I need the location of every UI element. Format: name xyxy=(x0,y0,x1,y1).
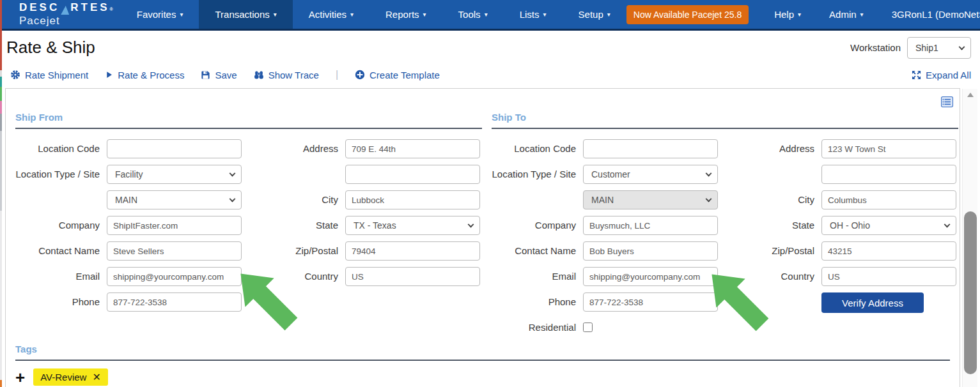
section-divider xyxy=(492,128,958,129)
chevron-down-icon: ▾ xyxy=(180,11,183,18)
chevron-down-icon: ▾ xyxy=(485,11,488,18)
ship-from-state-select[interactable]: TX - Texas xyxy=(345,216,480,235)
ship-from-site-select[interactable]: MAIN xyxy=(107,190,242,209)
create-template-button[interactable]: Create Template xyxy=(355,70,440,80)
ship-to-location-code-label: Location Code xyxy=(492,139,576,158)
top-navbar: DESCRTES® Pacejet Favorites▾ Transaction… xyxy=(0,0,980,31)
play-icon xyxy=(105,70,113,79)
gear-icon xyxy=(10,70,20,80)
plus-circle-icon xyxy=(355,70,365,80)
workstation-select[interactable]: Ship1 xyxy=(907,37,971,59)
ship-from-location-type-site-label: Location Type / Site xyxy=(15,165,100,181)
tag-label: AV-Review xyxy=(40,372,86,383)
ship-to-residential-checkbox[interactable] xyxy=(583,322,593,332)
tag-chip: AV-Review ✕ xyxy=(33,368,108,386)
ship-from-company-label: Company xyxy=(15,216,100,235)
scrollbar-thumb[interactable] xyxy=(964,211,977,374)
release-announcement-button[interactable]: Now Available Pacejet 25.8 xyxy=(626,5,749,24)
ship-to-contact-name-label: Contact Name xyxy=(492,241,576,261)
vertical-scrollbar[interactable] xyxy=(962,89,977,387)
ship-to-state-select[interactable]: OH - Ohio xyxy=(821,216,956,235)
ship-to-site-select[interactable]: MAIN xyxy=(583,190,718,209)
ship-from-phone-label: Phone xyxy=(15,292,100,312)
chevron-down-icon xyxy=(229,171,236,177)
ship-from-phone-input[interactable] xyxy=(107,292,242,312)
ship-from-address1-input[interactable] xyxy=(345,139,480,158)
binoculars-icon xyxy=(254,70,264,80)
nav-item-lists[interactable]: Lists▾ xyxy=(504,0,563,29)
chevron-down-icon xyxy=(944,222,951,228)
rate-shipment-button[interactable]: Rate Shipment xyxy=(10,70,88,80)
save-button[interactable]: Save xyxy=(201,70,237,80)
nav-item-tools[interactable]: Tools▾ xyxy=(442,0,504,29)
scroll-up-arrow-icon[interactable] xyxy=(967,93,974,97)
ship-to-location-type-site-label: Location Type / Site xyxy=(492,165,576,181)
ship-to-residential-label: Residential xyxy=(492,318,576,337)
toolbar-divider: | xyxy=(336,69,338,80)
nav-item-account[interactable]: 3GRonL1 (DemoNetSuite2000)▾ xyxy=(878,9,980,20)
ship-from-company-input[interactable] xyxy=(107,216,242,235)
nav-item-favorites[interactable]: Favorites▾ xyxy=(121,0,199,29)
chevron-down-icon: ▾ xyxy=(543,11,547,18)
ship-to-zip-input[interactable] xyxy=(821,241,956,261)
list-view-icon[interactable] xyxy=(941,96,953,110)
expand-icon xyxy=(912,70,921,80)
ship-from-city-input[interactable] xyxy=(345,190,480,209)
nav-item-admin[interactable]: Admin▾ xyxy=(815,9,878,20)
ship-to-phone-input[interactable] xyxy=(583,292,718,312)
ship-from-zip-input[interactable] xyxy=(345,241,480,261)
ship-from-contact-name-input[interactable] xyxy=(107,241,242,261)
rate-and-process-button[interactable]: Rate & Process xyxy=(105,70,184,80)
chevron-down-icon: ▾ xyxy=(798,11,801,18)
main-content-panel: Ship From Location Code Location Type / … xyxy=(5,88,960,387)
chevron-down-icon: ▾ xyxy=(423,11,426,18)
chevron-down-icon xyxy=(959,43,965,50)
brand-pacejet: Pacejet xyxy=(19,15,113,27)
ship-to-city-label: City xyxy=(725,190,814,209)
ship-from-address2-input[interactable] xyxy=(345,165,480,184)
ship-from-contact-name-label: Contact Name xyxy=(15,241,100,261)
ship-from-address-label: Address xyxy=(249,139,338,158)
ship-to-country-input[interactable] xyxy=(821,267,956,286)
nav-menu: Favorites▾ Transactions▾ Activities▾ Rep… xyxy=(121,0,626,29)
brand-descartes: DESCRTES® xyxy=(19,2,113,15)
nav-item-reports[interactable]: Reports▾ xyxy=(369,0,442,29)
section-divider xyxy=(15,360,950,361)
add-tag-button[interactable]: + xyxy=(15,370,25,385)
ship-to-address1-input[interactable] xyxy=(821,139,956,158)
ship-to-contact-name-input[interactable] xyxy=(583,241,718,261)
logo-triangle-icon xyxy=(61,6,69,15)
ship-to-company-input[interactable] xyxy=(583,216,718,235)
nav-item-setup[interactable]: Setup▾ xyxy=(563,0,626,29)
remove-tag-icon[interactable]: ✕ xyxy=(92,371,100,383)
ship-to-location-type-select[interactable]: Customer xyxy=(583,165,718,184)
ship-to-company-label: Company xyxy=(492,216,576,235)
nav-item-transactions[interactable]: Transactions▾ xyxy=(199,0,292,29)
ship-from-location-code-label: Location Code xyxy=(15,139,100,158)
ship-to-email-input[interactable] xyxy=(583,267,718,286)
ship-to-city-input[interactable] xyxy=(821,190,956,209)
ship-to-zip-label: Zip/Postal xyxy=(725,241,814,261)
tags-section: Tags + AV-Review ✕ xyxy=(6,344,960,386)
ship-to-title: Ship To xyxy=(492,112,958,123)
ship-from-email-label: Email xyxy=(15,267,100,286)
save-icon xyxy=(201,70,210,80)
nav-item-activities[interactable]: Activities▾ xyxy=(293,0,369,29)
ship-from-location-code-input[interactable] xyxy=(107,139,242,158)
nav-item-help[interactable]: Help▾ xyxy=(760,9,815,20)
ship-to-address-label: Address xyxy=(725,139,814,158)
ship-to-phone-label: Phone xyxy=(492,292,576,312)
ship-from-country-input[interactable] xyxy=(345,267,480,286)
ship-from-location-type-select[interactable]: Facility xyxy=(107,165,242,184)
brand-logo[interactable]: DESCRTES® Pacejet xyxy=(0,0,113,29)
ship-to-email-label: Email xyxy=(492,267,576,286)
ship-to-address2-input[interactable] xyxy=(821,165,956,184)
ship-to-location-code-input[interactable] xyxy=(583,139,718,158)
workstation-label: Workstation xyxy=(850,42,901,53)
verify-address-button[interactable]: Verify Address xyxy=(821,292,924,313)
show-trace-button[interactable]: Show Trace xyxy=(254,70,319,80)
expand-all-button[interactable]: Expand All xyxy=(912,70,971,80)
screen-edge-strip xyxy=(0,0,2,387)
ship-from-email-input[interactable] xyxy=(107,267,242,286)
ship-to-state-label: State xyxy=(725,216,814,235)
